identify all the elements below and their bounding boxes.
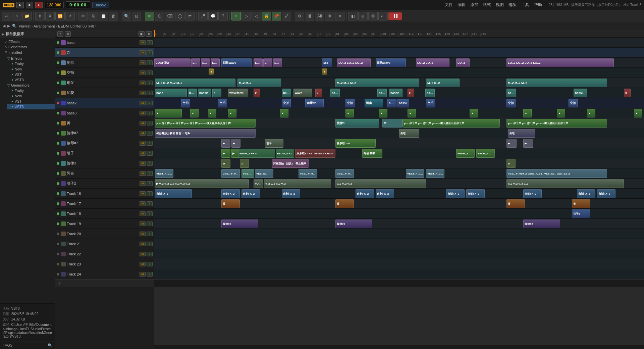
track-header-1[interactable]: bass M S xyxy=(55,38,154,48)
clip-8-10[interactable]: ▲ xyxy=(523,109,532,117)
track-5-solo[interactable]: S xyxy=(147,81,153,85)
clip-4-1[interactable]: ▲ xyxy=(209,68,214,74)
tool-open[interactable]: 📁 xyxy=(22,12,32,20)
record-button[interactable]: ● xyxy=(35,2,43,8)
track-lane-2[interactable] xyxy=(154,48,644,58)
clip-7-5[interactable]: 空拍 xyxy=(345,99,355,107)
clip-7-7[interactable]: bass xyxy=(387,99,396,107)
track-17-solo[interactable]: S xyxy=(147,201,153,206)
track-5-mute[interactable]: M xyxy=(140,81,146,85)
clip-14-7[interactable]: VES1_F_099 xyxy=(406,169,424,178)
track-lane-9[interactable]: ycc 你千声 ycc 你千声 ycc 你千声 ycccc-满天星辰不及你千声 … xyxy=(154,118,644,128)
track-21-solo[interactable]: S xyxy=(147,242,153,246)
track-10-mute[interactable]: M xyxy=(140,131,146,136)
sidebar-item-generators[interactable]: ▷ Generators xyxy=(0,44,55,50)
clip-8-7[interactable]: ▲ xyxy=(379,109,387,117)
track-18-mute[interactable]: M xyxy=(140,211,146,216)
sidebar-item-fruity2[interactable]: ● Fruity xyxy=(7,88,55,93)
clip-3-6[interactable]: LO..2 xyxy=(254,58,263,67)
nav-next-icon[interactable]: ▶ xyxy=(7,24,10,28)
clip-11-6[interactable]: ▶ xyxy=(523,139,533,148)
track-header-23[interactable]: Track 23 M S xyxy=(55,259,154,269)
track-22-mute[interactable]: M xyxy=(140,252,146,256)
tool-select[interactable]: ⬡ xyxy=(155,12,164,20)
clip-11-3[interactable]: 引子 xyxy=(265,139,283,148)
clip-14-8[interactable]: VES1_F_099_2 xyxy=(426,169,444,178)
clip-3-14[interactable]: LO..2 LO..2 LO..2 LO..2 xyxy=(506,58,614,67)
clip-3-7[interactable]: LO..2 xyxy=(263,58,272,67)
track-14-solo[interactable]: S xyxy=(147,171,153,176)
sidebar-item-new[interactable]: ● New xyxy=(7,66,55,72)
horizontal-scrollbar[interactable] xyxy=(154,345,644,349)
tool-mic[interactable]: 🎤 xyxy=(198,12,208,20)
clip-9-5[interactable]: ycc 你千声 ycc 你千声 ycccc-满天星辰不及你千声 xyxy=(506,119,607,128)
track-header-6[interactable]: 加花 M S xyxy=(55,88,154,98)
track-23-solo[interactable]: S xyxy=(147,262,153,266)
clip-9-2[interactable]: 旋律3 xyxy=(335,119,379,128)
clip-15-5[interactable]: V..2 V..2 V..2 V..2 xyxy=(506,179,624,188)
track-lane-11[interactable]: ▶ ▶ 引子 喜多鼓.toff ▶ xyxy=(154,138,644,148)
track-24-solo[interactable]: S xyxy=(147,272,153,277)
clip-15-2[interactable]: VDE1 xyxy=(254,179,263,188)
clip-5-3[interactable]: M..2 M..2 M..2 xyxy=(335,79,419,87)
clip-8-11[interactable]: ▲ xyxy=(557,109,565,117)
track-7-mute[interactable]: M xyxy=(140,101,146,105)
clip-12-6[interactable]: 阿福 频率 xyxy=(362,149,382,158)
clip-11-1[interactable]: ▶ xyxy=(221,139,230,148)
track-lane-21[interactable] xyxy=(154,239,644,249)
track-header-9[interactable]: 黄 M S xyxy=(55,118,154,128)
clip-5-4[interactable]: M..2 M..2 xyxy=(426,79,460,87)
clip-16-8[interactable]: 自制FX_2 xyxy=(466,189,485,198)
menu-item-edit[interactable]: 编辑 xyxy=(455,1,468,8)
track-19-color[interactable] xyxy=(61,221,66,226)
clip-16-9[interactable]: 自制FX_2 xyxy=(523,189,542,198)
tool-cut[interactable]: ✂ xyxy=(78,12,88,20)
track-3-mute[interactable]: M xyxy=(140,60,146,65)
track-12-mute[interactable]: M xyxy=(140,151,146,156)
clip-7-6[interactable]: 阿奏 xyxy=(365,99,383,107)
tool-lock[interactable]: 🔒 xyxy=(262,12,271,20)
track-13-color[interactable] xyxy=(61,161,66,166)
tool-arrow-down[interactable]: ⬇ xyxy=(45,12,55,20)
track-11-mute[interactable]: M xyxy=(140,141,146,146)
clip-13-3[interactable]: 阿福空拍 - 滤波1 - 截止频率 xyxy=(272,159,309,168)
track-24-color[interactable] xyxy=(61,272,66,277)
track-14-mute[interactable]: M xyxy=(140,171,146,176)
track-2-solo[interactable]: S xyxy=(147,50,153,55)
track-10-solo[interactable]: S xyxy=(147,131,153,136)
clip-7-4[interactable]: 钢琴#2 xyxy=(305,99,324,107)
track-1-mute[interactable]: M xyxy=(140,40,146,45)
track-17-color[interactable] xyxy=(61,201,66,206)
clip-17-2[interactable]: 黄 xyxy=(335,199,354,208)
track-8-mute[interactable]: M xyxy=(140,111,146,115)
track-16-mute[interactable]: M xyxy=(140,191,146,196)
track-20-color[interactable] xyxy=(61,232,66,236)
tool-more-left[interactable]: ◧ xyxy=(348,12,358,20)
tool-alt[interactable]: Alt xyxy=(315,12,324,20)
clip-16-2[interactable]: 自制FX_2 xyxy=(221,189,240,198)
tool-arrow-up[interactable]: ⬆ xyxy=(35,12,45,20)
clip-6-8[interactable]: wave xyxy=(293,89,312,97)
sidebar-item-effects[interactable]: ▷ Effects xyxy=(0,39,55,44)
track-19-mute[interactable]: M xyxy=(140,221,146,226)
track-lane-12[interactable]: ▶ ▶ EEDM_a FX 8 EEDM_a FX 原乡鼓BASS - Filt xyxy=(154,148,644,158)
stop-button[interactable]: ■ xyxy=(26,2,33,8)
track-header-21[interactable]: Track 21 M S xyxy=(55,239,154,249)
track-9-mute[interactable]: M xyxy=(140,121,146,126)
tool-add2[interactable]: ⊕ xyxy=(358,12,368,20)
clip-14-6[interactable]: VES1_F_099_2 xyxy=(335,169,354,178)
clip-9-4[interactable]: ycc 你千声 ycc 你千声 ycccc-满天星辰不及你千声 xyxy=(402,119,500,128)
clip-17-1[interactable]: 黄 xyxy=(221,199,240,208)
clip-6-6[interactable]: x xyxy=(254,89,260,97)
clip-6-16[interactable]: bass3 xyxy=(574,89,587,97)
track-lane-10[interactable]: 铭仔翻版分解音 音色1 - 歌▶ 副歌 副歌 xyxy=(154,128,644,138)
clip-8-9[interactable]: ▲ xyxy=(470,109,478,117)
tool-delete[interactable]: 🗑 xyxy=(109,12,118,20)
tool-snap[interactable]: ⊡ xyxy=(132,12,141,20)
tool-pin[interactable]: 📌 xyxy=(272,12,281,20)
track-22-solo[interactable]: S xyxy=(147,252,153,256)
clip-10-2[interactable]: 副歌 xyxy=(399,129,419,138)
clip-7-9[interactable]: 空拍 xyxy=(426,99,435,107)
tool-tag[interactable]: ➕ xyxy=(368,12,378,20)
clip-16-4[interactable]: 自制FX_2 xyxy=(282,189,300,198)
